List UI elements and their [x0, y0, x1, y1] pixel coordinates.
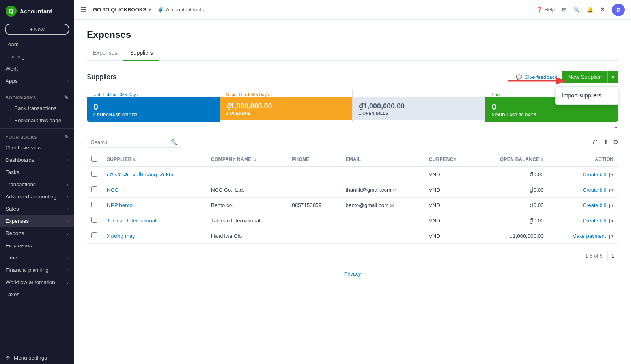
row-supplier[interactable]: cơ sở sản xuất hàng cơ khí	[102, 166, 206, 182]
action-dropdown-icon[interactable]: | ▾	[609, 203, 614, 208]
row-action-link[interactable]: Create bill	[583, 202, 606, 208]
row-select-checkbox[interactable]	[91, 186, 97, 192]
accountant-tools-button[interactable]: 🧳 Accountant tools	[157, 7, 204, 13]
action-dropdown-icon[interactable]: | ▾	[609, 172, 614, 177]
sidebar-item-work[interactable]: Work	[0, 63, 74, 75]
table-settings-button[interactable]: ⚙	[613, 138, 618, 146]
sidebar-item-tasks[interactable]: Tasks	[0, 166, 74, 178]
action-dropdown-icon[interactable]: | ▾	[609, 188, 614, 192]
sidebar-item-training-label: Training	[6, 54, 24, 60]
row-action-link[interactable]: Make payment	[572, 233, 606, 239]
sidebar-item-workflow-automation[interactable]: Workflow automation ›	[0, 276, 74, 288]
action-dropdown-icon[interactable]: | ▾	[609, 234, 614, 239]
sidebar-item-reports-label: Reports	[6, 230, 24, 236]
sidebar-item-apps[interactable]: Apps ›	[0, 75, 74, 87]
sidebar-item-transactions[interactable]: Transactions ›	[0, 178, 74, 190]
sidebar-item-client-overview-label: Client overview	[6, 145, 42, 151]
sidebar-item-expenses[interactable]: Expenses ›	[0, 215, 74, 227]
sidebar-item-bank-transactions[interactable]: Bank transactions	[0, 102, 74, 114]
sidebar-item-team[interactable]: Team	[0, 38, 74, 50]
goto-quickbooks-button[interactable]: GO TO QUICKBOOKS ▾	[93, 7, 151, 13]
search-button[interactable]: 🔍	[573, 7, 580, 13]
row-action-link[interactable]: Create bill	[583, 187, 606, 193]
collapse-button[interactable]: ⌃	[613, 125, 618, 133]
supplier-sort-icon: ⇅	[133, 157, 136, 162]
sidebar-item-time[interactable]: Time ›	[0, 252, 74, 264]
row-supplier[interactable]: Tableau International	[102, 213, 206, 228]
row-action-link[interactable]: Create bill	[583, 218, 606, 224]
row-open-balance: ₫1,000,000.00	[475, 228, 548, 244]
export-button[interactable]: ⬆	[603, 138, 608, 146]
row-select-checkbox[interactable]	[91, 217, 97, 223]
sales-chevron-icon: ›	[67, 207, 69, 211]
hamburger-icon[interactable]: ☰	[80, 6, 87, 14]
page-number-input[interactable]: 1	[607, 250, 618, 261]
sidebar-item-sales[interactable]: Sales ›	[0, 203, 74, 215]
sidebar-item-reports[interactable]: Reports ›	[0, 227, 74, 239]
notifications-button[interactable]: 🔔	[587, 7, 593, 13]
sidebar-item-training[interactable]: Training	[0, 50, 74, 63]
row-select-checkbox[interactable]	[91, 171, 97, 177]
sidebar-item-financial-planning[interactable]: Financial planning ›	[0, 264, 74, 276]
header-actions: 💬 Give feedback New Supplier ▾	[516, 71, 618, 83]
sidebar-item-employees-label: Employees	[6, 243, 32, 248]
sidebar-item-client-overview[interactable]: Client overview	[0, 142, 74, 154]
help-button[interactable]: ❓ Help	[536, 7, 555, 13]
action-dropdown-icon[interactable]: | ▾	[609, 218, 614, 223]
open-bills-sub: 1 OPEN BILLS	[359, 111, 479, 116]
import-suppliers-item[interactable]: Import suppliers	[556, 88, 618, 103]
print-button[interactable]: 🖨	[592, 138, 598, 146]
row-currency: VND	[424, 198, 476, 213]
row-select-checkbox[interactable]	[91, 202, 97, 207]
user-avatar[interactable]: D	[612, 4, 625, 16]
sidebar-item-advanced-accounting[interactable]: Advanced accounting ›	[0, 190, 74, 203]
sidebar-item-team-label: Team	[6, 41, 19, 47]
sidebar-item-dashboards[interactable]: Dashboards ›	[0, 154, 74, 166]
row-supplier[interactable]: Xưởng may	[102, 228, 206, 244]
sidebar-item-bookmark-page[interactable]: Bookmark this page	[0, 114, 74, 127]
accountant-tools-label: Accountant tools	[166, 7, 204, 13]
th-open-balance[interactable]: OPEN BALANCE ⇅	[475, 153, 548, 166]
unbilled-label: Unbilled Last 365 Days	[87, 90, 220, 97]
chevron-right-icon: ›	[67, 79, 69, 84]
give-feedback-button[interactable]: 💬 Give feedback	[516, 74, 557, 80]
select-all-checkbox[interactable]	[91, 156, 97, 162]
settings-gear-icon: ⚙	[600, 7, 605, 13]
tab-expenses[interactable]: Expenses	[87, 47, 123, 61]
row-select-checkbox[interactable]	[91, 232, 97, 238]
th-company-name[interactable]: COMPANY NAME ⇅	[206, 153, 287, 166]
apps-grid-button[interactable]: ⊞	[562, 7, 566, 13]
pagination-info: 1-5 of 5	[585, 253, 603, 259]
row-supplier[interactable]: NPP bento	[102, 198, 206, 213]
new-button[interactable]: + New	[5, 24, 69, 35]
row-supplier[interactable]: NCC	[102, 182, 206, 198]
open-bills-stat: ₫1,000,000.00 1 OPEN BILLS	[353, 90, 485, 122]
sidebar-item-taxes[interactable]: Taxes	[0, 288, 74, 301]
sidebar-item-menu-settings[interactable]: ⚙ Menu settings	[0, 351, 74, 364]
main-content: ☰ GO TO QUICKBOOKS ▾ 🧳 Accountant tools …	[74, 0, 631, 364]
settings-button[interactable]: ⚙	[600, 7, 605, 13]
new-supplier-button[interactable]: New Supplier	[562, 71, 607, 83]
row-action-link[interactable]: Create bill	[583, 172, 606, 177]
sidebar: Q Accountant + New Team Training Work Ap…	[0, 0, 74, 364]
bookmarks-section-label: BOOKMARKS ✎	[0, 91, 74, 102]
sidebar-item-apps-label: Apps	[6, 78, 18, 84]
row-open-balance: ₫0.00	[475, 198, 548, 213]
sidebar-item-employees[interactable]: Employees	[0, 239, 74, 252]
row-company-name	[206, 166, 287, 182]
search-topnav-icon: 🔍	[573, 7, 580, 13]
search-input[interactable]	[91, 139, 168, 145]
search-box[interactable]: 🔍	[87, 136, 181, 148]
privacy-link[interactable]: Privacy	[344, 271, 361, 277]
sidebar-item-transactions-label: Transactions	[6, 181, 36, 187]
th-supplier[interactable]: SUPPLIER ⇅	[102, 153, 206, 166]
tabs: Expenses Suppliers	[87, 47, 618, 61]
edit-bookmarks-icon[interactable]: ✎	[64, 95, 69, 101]
table-header-row: SUPPLIER ⇅ COMPANY NAME ⇅ PHONE	[87, 153, 618, 166]
bookmark-icon	[6, 106, 11, 111]
edit-books-icon[interactable]: ✎	[64, 134, 69, 140]
pagination: 1-5 of 5 1	[87, 250, 618, 261]
new-supplier-dropdown-button[interactable]: ▾	[607, 71, 618, 83]
row-email	[341, 213, 424, 228]
tab-suppliers[interactable]: Suppliers	[123, 47, 159, 61]
